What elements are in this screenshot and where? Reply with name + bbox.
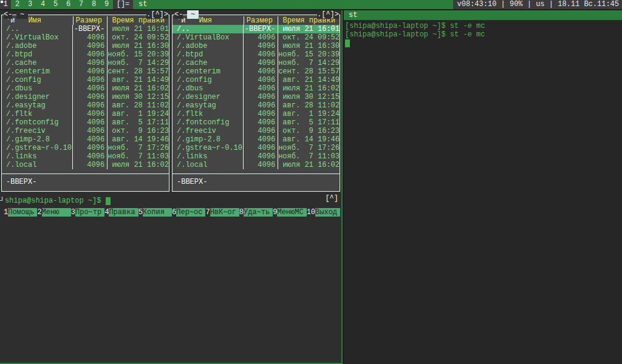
fkey-10[interactable]: 10Выход — [307, 208, 340, 217]
file-row[interactable]: /.config4096 авг. 21 14:49 — [2, 76, 169, 84]
file-name: /.fontconfig — [2, 118, 72, 127]
fkey-9[interactable]: 9МенюМС — [273, 208, 306, 217]
file-row[interactable]: /.dbus4096 июля 21 16:02 — [2, 84, 169, 93]
fkey-6[interactable]: 6Пер~ос — [172, 208, 205, 217]
file-size: 4096 — [243, 84, 278, 93]
mc-command-line[interactable]: ┘ shipa@shipa-laptop ~]$ [^] — [0, 197, 340, 205]
file-row[interactable]: /.gstrea~r-0.104096нояб. 7 17:26 — [2, 144, 169, 152]
tag-7[interactable]: 7 — [75, 0, 87, 9]
history-button[interactable]: [^] — [325, 194, 338, 203]
file-size: 4096 — [72, 135, 107, 144]
file-row[interactable]: /.easytag4096 авг. 28 11:02 — [173, 101, 340, 110]
file-size: 4096 — [243, 67, 278, 76]
file-name: /.fltk — [173, 110, 243, 118]
file-size: 4096 — [72, 76, 107, 84]
panel-updir-button[interactable]: .[^]> — [317, 10, 339, 19]
file-row[interactable]: /.btpd4096нояб. 15 20:39 — [2, 50, 169, 59]
fkey-1[interactable]: 1Помощь — [4, 208, 37, 217]
file-row[interactable]: /.VirtualBox4096 окт. 24 09:52 — [173, 33, 340, 42]
size-column-header[interactable]: Размер — [73, 16, 108, 25]
file-row[interactable]: /.config4096 авг. 21 14:49 — [173, 76, 340, 84]
file-name: /.. — [2, 25, 72, 33]
fkey-4[interactable]: 4Правка — [104, 208, 138, 217]
file-row[interactable]: /.local4096 июля 21 16:02 — [2, 161, 169, 169]
file-row[interactable]: /.adobe4096 июля 21 16:30 — [2, 42, 169, 50]
file-row[interactable]: /.designer4096 июля 30 12:15 — [2, 93, 169, 101]
file-name: /.links — [2, 152, 72, 161]
terminal-cursor — [345, 39, 350, 47]
file-row[interactable]: /..-ВВЕРХ- июля 21 16:01 — [2, 25, 169, 33]
file-name: /.freeciv — [173, 127, 243, 135]
file-size: 4096 — [243, 127, 278, 135]
file-name: /.local — [2, 161, 72, 169]
file-size: 4096 — [243, 101, 278, 110]
file-row[interactable]: /.adobe4096 июля 21 16:30 — [173, 42, 340, 50]
fkey-number: 8 — [239, 208, 244, 217]
file-row[interactable]: /..-ВВЕРХ- июля 21 16:01 — [173, 25, 340, 33]
file-row[interactable]: /.gimp-2.84096 авг. 14 19:46 — [173, 135, 340, 144]
file-name: /.easytag — [173, 101, 243, 110]
name-column-header: Имя — [199, 16, 212, 25]
file-size: 4096 — [72, 152, 107, 161]
file-mtime: авг. 5 17:11 — [278, 118, 340, 127]
tag-3[interactable]: 3 — [24, 0, 36, 9]
fkey-3[interactable]: 3Про~тр — [71, 208, 104, 217]
terminal-titlebar[interactable]: st — [344, 10, 622, 20]
file-mtime: авг. 28 11:02 — [278, 101, 340, 110]
sort-by-name-header[interactable]: 'иИмя — [2, 16, 73, 25]
panel-path[interactable]: ~ — [187, 10, 199, 19]
panel-updir-button[interactable]: .[^]> — [146, 10, 168, 19]
tag-2[interactable]: 2 — [11, 0, 24, 9]
panel-scroll-left[interactable]: <- — [174, 10, 183, 19]
file-row[interactable]: /.centerim4096сент. 28 15:57 — [2, 67, 169, 76]
file-size: -ВВЕРХ- — [72, 25, 107, 33]
size-column-header[interactable]: Размер — [244, 16, 278, 25]
file-mtime: авг. 5 17:11 — [107, 118, 169, 127]
file-row[interactable]: /.easytag4096 авг. 28 11:02 — [2, 101, 169, 110]
mc-right-panel: <-~.[^]>'иИмяРазмерВремя правки/..-ВВЕРХ… — [172, 15, 340, 192]
tag-6[interactable]: 6 — [62, 0, 75, 9]
file-row[interactable]: /.links4096нояб. 7 11:03 — [2, 152, 169, 161]
file-row[interactable]: /.freeciv4096 окт. 9 16:23 — [173, 127, 340, 135]
terminal-output[interactable]: [shipa@shipa-laptop ~]$ st -e mc[shipa@s… — [344, 20, 622, 47]
file-row[interactable]: /.fltk4096 авг. 1 19:24 — [173, 110, 340, 118]
tag-4[interactable]: 4 — [36, 0, 49, 9]
sort-by-name-header[interactable]: 'иИмя — [173, 16, 244, 25]
fkey-7[interactable]: 7НвК~ог — [205, 208, 239, 217]
file-row[interactable]: /.fontconfig4096 авг. 5 17:11 — [2, 118, 169, 127]
fkey-2[interactable]: 2Меню — [37, 208, 70, 217]
file-mtime: нояб. 7 11:03 — [278, 152, 340, 161]
file-row[interactable]: /.local4096 июля 21 16:02 — [173, 161, 340, 169]
file-name: /.freeciv — [2, 127, 72, 135]
file-mtime: авг. 21 14:49 — [278, 76, 340, 84]
file-row[interactable]: /.cache4096нояб. 7 14:29 — [173, 59, 340, 67]
panel-scroll-left[interactable]: <- — [4, 10, 12, 19]
fkey-number: 3 — [71, 208, 75, 217]
file-row[interactable]: /.fltk4096 авг. 1 19:24 — [2, 110, 169, 118]
file-size: 4096 — [243, 135, 278, 144]
file-row[interactable]: /.links4096нояб. 7 11:03 — [173, 152, 340, 161]
file-row[interactable]: /.VirtualBox4096 окт. 24 09:52 — [2, 33, 169, 42]
tag-1[interactable]: 1 — [0, 0, 11, 9]
fkey-8[interactable]: 8Уда~ть — [239, 208, 273, 217]
file-row[interactable]: /.btpd4096нояб. 15 20:39 — [173, 50, 340, 59]
file-row[interactable]: /.gimp-2.84096 авг. 14 19:46 — [2, 135, 169, 144]
file-mtime: окт. 24 09:52 — [107, 33, 169, 42]
file-row[interactable]: /.gstrea~r-0.104096нояб. 7 17:26 — [173, 144, 340, 152]
file-row[interactable]: /.cache4096нояб. 7 14:29 — [2, 59, 169, 67]
file-row[interactable]: /.designer4096 июля 30 12:15 — [173, 93, 340, 101]
file-row[interactable]: /.fontconfig4096 авг. 5 17:11 — [173, 118, 340, 127]
file-size: 4096 — [72, 161, 107, 169]
tag-9[interactable]: 9 — [100, 0, 113, 9]
fkey-5[interactable]: 5Копия — [138, 208, 172, 217]
file-mtime: авг. 21 14:49 — [107, 76, 169, 84]
layout-indicator[interactable]: []= — [113, 0, 133, 9]
file-name: /.dbus — [2, 84, 72, 93]
file-size: 4096 — [72, 84, 107, 93]
file-row[interactable]: /.dbus4096 июля 21 16:02 — [173, 84, 340, 93]
tag-8[interactable]: 8 — [87, 0, 100, 9]
panel-path[interactable]: ~ — [16, 10, 28, 19]
tag-5[interactable]: 5 — [49, 0, 62, 9]
file-row[interactable]: /.centerim4096сент. 28 15:57 — [173, 67, 340, 76]
file-row[interactable]: /.freeciv4096 окт. 9 16:23 — [2, 127, 169, 135]
